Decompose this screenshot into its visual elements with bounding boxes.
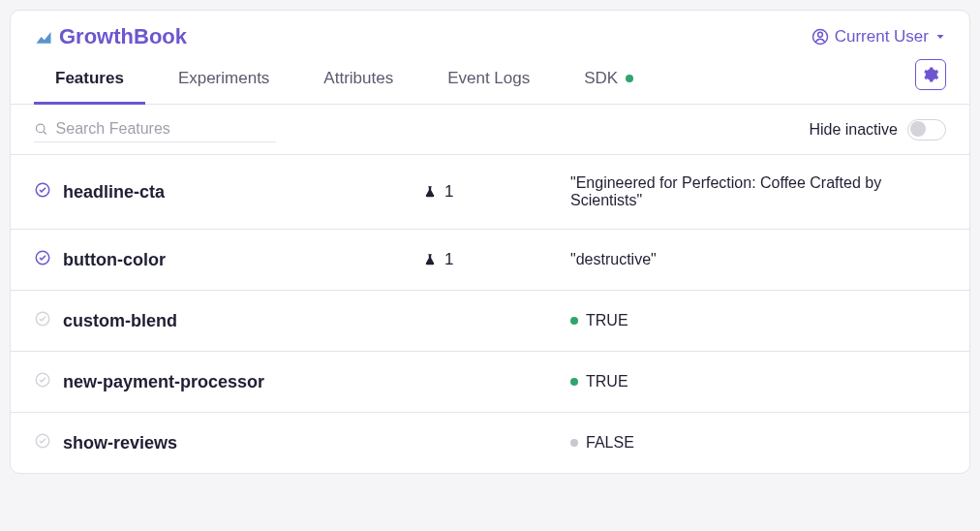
feature-name: show-reviews: [63, 433, 412, 453]
svg-point-1: [817, 32, 822, 37]
feature-list: headline-cta1"Engineered for Perfection:…: [11, 154, 969, 473]
app-window: GrowthBook Current User Features Experim…: [10, 10, 970, 474]
header: GrowthBook Current User: [11, 11, 969, 55]
tab-attributes[interactable]: Attributes: [302, 55, 414, 105]
experiment-count-value: 1: [444, 250, 453, 269]
feature-name: new-payment-processor: [63, 372, 412, 392]
tab-features[interactable]: Features: [34, 55, 145, 105]
logo[interactable]: GrowthBook: [34, 24, 187, 49]
bool-dot-icon: [570, 439, 578, 447]
toggle-knob: [910, 121, 926, 137]
experiment-count: 1: [423, 250, 559, 269]
tab-label: Event Logs: [447, 69, 530, 88]
search-input[interactable]: [56, 120, 276, 138]
hide-inactive-label: Hide inactive: [809, 121, 898, 139]
growthbook-logo-icon: [34, 27, 53, 47]
status-active-icon: [34, 249, 51, 270]
user-menu[interactable]: Current User: [812, 27, 946, 47]
settings-button[interactable]: [915, 59, 946, 90]
feature-row[interactable]: new-payment-processorTRUE: [11, 351, 969, 412]
feature-value: TRUE: [570, 373, 946, 390]
search-icon: [34, 121, 48, 137]
tab-experiments[interactable]: Experiments: [157, 55, 291, 105]
feature-value: FALSE: [570, 434, 946, 452]
feature-row[interactable]: button-color1"destructive": [11, 229, 969, 290]
hide-inactive-control: Hide inactive: [809, 119, 946, 141]
status-inactive-icon: [34, 371, 51, 392]
chevron-down-icon: [934, 31, 946, 43]
feature-row[interactable]: headline-cta1"Engineered for Perfection:…: [11, 154, 969, 229]
feature-value: "destructive": [570, 251, 946, 268]
feature-row[interactable]: show-reviewsFALSE: [11, 412, 969, 473]
status-dot-icon: [626, 75, 633, 82]
experiment-count-value: 1: [444, 182, 453, 202]
feature-value-text: TRUE: [586, 373, 628, 390]
svg-line-3: [44, 132, 46, 135]
filter-bar: Hide inactive: [11, 105, 969, 154]
experiment-count: 1: [423, 182, 559, 202]
search-wrap: [34, 116, 276, 142]
tab-label: Features: [55, 69, 124, 88]
feature-value-text: "Engineered for Perfection: Coffee Craft…: [570, 174, 946, 209]
feature-name: custom-blend: [63, 311, 412, 331]
tab-label: Attributes: [323, 69, 393, 88]
feature-row[interactable]: custom-blendTRUE: [11, 290, 969, 351]
user-label: Current User: [835, 27, 929, 47]
status-inactive-icon: [34, 432, 51, 453]
tab-event-logs[interactable]: Event Logs: [426, 55, 551, 105]
feature-value-text: "destructive": [570, 251, 657, 268]
tab-label: Experiments: [178, 69, 269, 88]
bool-dot-icon: [570, 378, 578, 386]
hide-inactive-toggle[interactable]: [907, 119, 946, 141]
feature-value-text: FALSE: [586, 434, 634, 452]
feature-name: button-color: [63, 250, 412, 270]
feature-value: "Engineered for Perfection: Coffee Craft…: [570, 174, 946, 209]
logo-text: GrowthBook: [59, 24, 187, 49]
gear-icon: [922, 66, 939, 83]
tab-sdk[interactable]: SDK: [563, 55, 655, 105]
status-inactive-icon: [34, 310, 51, 331]
status-active-icon: [34, 181, 51, 203]
tab-bar: Features Experiments Attributes Event Lo…: [11, 55, 969, 105]
flask-icon: [423, 184, 437, 200]
svg-point-2: [36, 124, 44, 132]
flask-icon: [423, 252, 437, 267]
feature-name: headline-cta: [63, 182, 412, 203]
bool-dot-icon: [570, 317, 578, 325]
feature-value-text: TRUE: [586, 312, 628, 329]
tab-label: SDK: [584, 69, 618, 88]
user-icon: [812, 28, 829, 46]
feature-value: TRUE: [570, 312, 946, 329]
